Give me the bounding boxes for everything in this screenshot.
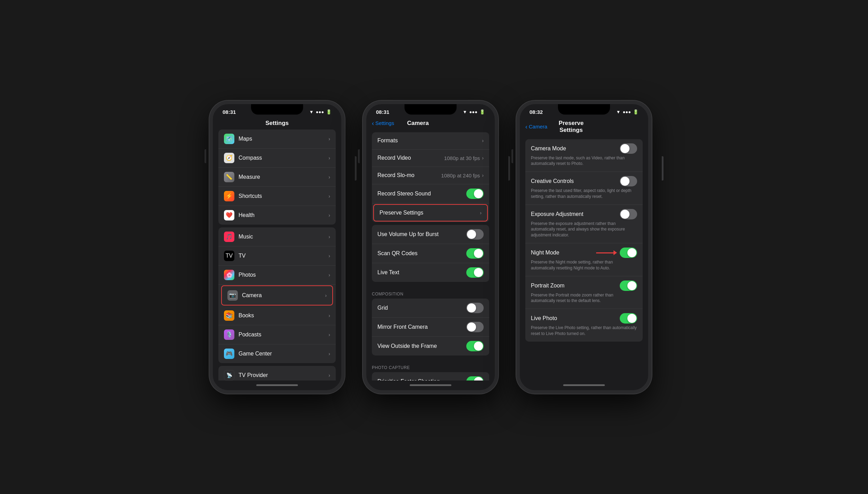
books-icon: 📚 [224, 310, 234, 321]
prioritise-toggle[interactable] [466, 376, 484, 380]
back-button-2[interactable]: ‹ Settings [372, 120, 394, 126]
prioritise-label: Prioritise Faster Shooting [377, 378, 466, 380]
list-item-compass[interactable]: 🧭 Compass › [218, 149, 336, 168]
list-item-live-text[interactable]: Live Text [372, 263, 489, 282]
list-item-maps[interactable]: 🗺️ Maps › [218, 129, 336, 149]
exposure-title: Exposure Adjustment [531, 211, 583, 217]
podcasts-label: Podcasts [239, 332, 328, 338]
preserve-item-creative[interactable]: Creative Controls Preserve the last used… [525, 172, 643, 205]
grid-toggle[interactable] [466, 303, 484, 313]
health-icon: ❤️ [224, 210, 234, 220]
music-chevron: › [328, 234, 330, 240]
camera-mode-toggle[interactable] [620, 143, 637, 154]
status-icons-2: ▼ ●●● 🔋 [463, 109, 485, 115]
status-icons-3: ▼ ●●● 🔋 [616, 109, 639, 115]
list-item-tv[interactable]: TV TV › [218, 246, 336, 266]
mirror-front-toggle[interactable] [466, 322, 484, 332]
back-label-2: Settings [375, 120, 394, 126]
night-mode-title: Night Mode [531, 250, 559, 256]
list-item-books[interactable]: 📚 Books › [218, 306, 336, 325]
record-video-value: 1080p at 30 fps [444, 155, 480, 161]
list-item-record-video[interactable]: Record Video 1080p at 30 fps › [372, 150, 489, 167]
measure-icon: 📏 [224, 172, 234, 182]
list-item-shortcuts[interactable]: ⚡ Shortcuts › [218, 187, 336, 206]
preserve-item-portrait-zoom[interactable]: Portrait Zoom Preserve the Portrait mode… [525, 276, 643, 309]
preserve-item-camera-mode[interactable]: Camera Mode Preserve the last mode, such… [525, 139, 643, 172]
list-item-health[interactable]: ❤️ Health › [218, 206, 336, 225]
health-label: Health [239, 212, 328, 218]
list-item-measure[interactable]: 📏 Measure › [218, 168, 336, 187]
signal-icon: ●●● [316, 109, 324, 115]
list-item-view-outside[interactable]: View Outside the Frame [372, 337, 489, 355]
maps-chevron: › [328, 136, 330, 142]
settings-group-2: 🎵 Music › TV TV › 🌸 Photos › 📷 Camera [218, 227, 336, 363]
back-button-3[interactable]: ‹ Camera [525, 124, 547, 130]
shortcuts-label: Shortcuts [239, 193, 328, 199]
grid-label: Grid [377, 305, 466, 311]
compass-icon: 🧭 [224, 153, 234, 163]
scan-qr-toggle[interactable] [466, 248, 484, 259]
live-text-toggle[interactable] [466, 267, 484, 278]
list-item-photos[interactable]: 🌸 Photos › [218, 266, 336, 285]
volume-burst-toggle[interactable] [466, 229, 484, 240]
list-item-mirror-front[interactable]: Mirror Front Camera [372, 318, 489, 337]
maps-icon: 🗺️ [224, 134, 234, 144]
night-mode-desc: Preserve the Night mode setting, rather … [531, 259, 637, 273]
live-photo-desc: Preserve the Live Photo setting, rather … [531, 325, 637, 339]
live-photo-toggle[interactable] [620, 313, 637, 324]
list-item-record-stereo[interactable]: Record Stereo Sound [372, 184, 489, 203]
tvprovider-chevron: › [328, 372, 330, 378]
list-item-gamecenter[interactable]: 🎮 Game Center › [218, 344, 336, 363]
list-item-record-slomo[interactable]: Record Slo-mo 1080p at 240 fps › [372, 167, 489, 184]
list-item-formats[interactable]: Formats › [372, 132, 489, 150]
preserve-item-live-photo[interactable]: Live Photo Preserve the Live Photo setti… [525, 309, 643, 342]
list-item-scan-qr[interactable]: Scan QR Codes [372, 244, 489, 263]
battery-icon: 🔋 [326, 109, 332, 115]
portrait-zoom-desc: Preserve the Portrait mode zoom rather t… [531, 292, 637, 306]
preserve-item-exposure[interactable]: Exposure Adjustment Preserve the exposur… [525, 205, 643, 243]
preserve-screen[interactable]: Camera Mode Preserve the last mode, such… [520, 136, 648, 380]
battery-icon-3: 🔋 [633, 109, 639, 115]
preserve-item-night-mode[interactable]: Night Mode Preserve the Night mode setti… [525, 243, 643, 276]
signal-icon-3: ●●● [623, 109, 631, 115]
nav-bar-3: ‹ Camera Preserve Settings [520, 117, 648, 136]
notch-1 [251, 104, 303, 115]
list-item-volume-burst[interactable]: Use Volume Up for Burst [372, 225, 489, 244]
creative-controls-toggle[interactable] [620, 176, 637, 186]
record-stereo-toggle[interactable] [466, 189, 484, 199]
portrait-zoom-toggle[interactable] [620, 281, 637, 291]
list-item-tvprovider[interactable]: 📡 TV Provider › [218, 366, 336, 380]
home-indicator-3 [520, 380, 648, 390]
list-item-preserve-settings[interactable]: Preserve Settings › [373, 204, 488, 221]
phone-1-shell: 08:31 ▼ ●●● 🔋 Settings 🗺️ Maps › 🧭 [209, 101, 352, 394]
list-item-camera[interactable]: 📷 Camera › [221, 285, 333, 305]
list-item-prioritise[interactable]: Prioritise Faster Shooting [372, 372, 489, 380]
wifi-icon-2: ▼ [463, 109, 467, 115]
photos-label: Photos [239, 272, 328, 278]
view-outside-toggle[interactable] [466, 341, 484, 351]
list-item-grid[interactable]: Grid [372, 299, 489, 318]
exposure-toggle[interactable] [620, 209, 637, 219]
red-arrow-indicator [596, 250, 617, 255]
home-indicator-1 [213, 380, 341, 390]
live-photo-title: Live Photo [531, 315, 557, 321]
preserve-group-1: Camera Mode Preserve the last mode, such… [525, 139, 643, 342]
photos-chevron: › [328, 272, 330, 278]
list-item-podcasts[interactable]: 🎙️ Podcasts › [218, 325, 336, 344]
night-mode-toggle[interactable] [620, 248, 637, 258]
home-bar-2 [410, 384, 451, 386]
camera-screen[interactable]: Formats › Record Video 1080p at 30 fps ›… [366, 129, 495, 380]
list-item-music[interactable]: 🎵 Music › [218, 227, 336, 246]
settings-screen-1[interactable]: 🗺️ Maps › 🧭 Compass › 📏 Measure › ⚡ Shor… [213, 129, 341, 380]
preserve-settings-chevron: › [480, 210, 482, 216]
scan-qr-label: Scan QR Codes [377, 250, 466, 257]
camera-group-2: Use Volume Up for Burst Scan QR Codes Li… [372, 225, 489, 282]
notch-2 [404, 104, 457, 115]
preserve-settings-label: Preserve Settings [379, 210, 480, 216]
music-label: Music [239, 234, 328, 240]
home-bar-3 [563, 384, 605, 386]
volume-burst-label: Use Volume Up for Burst [377, 231, 466, 237]
status-time-2: 08:31 [376, 109, 389, 115]
record-video-chevron: › [482, 155, 484, 161]
exposure-desc: Preserve the exposure adjustment rather … [531, 221, 637, 240]
